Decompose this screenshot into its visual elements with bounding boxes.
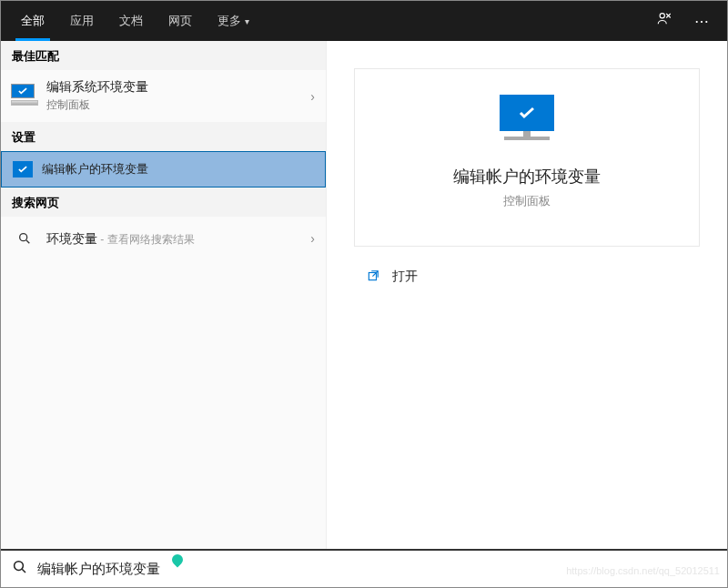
open-icon bbox=[367, 269, 379, 285]
tab-apps[interactable]: 应用 bbox=[57, 1, 106, 41]
monitor-small-icon bbox=[13, 161, 33, 177]
result-title: 环境变量 bbox=[46, 231, 97, 246]
tab-label: 网页 bbox=[168, 13, 192, 29]
result-title: 编辑帐户的环境变量 bbox=[42, 161, 314, 177]
result-edit-account-env[interactable]: 编辑帐户的环境变量 bbox=[1, 151, 326, 188]
result-edit-system-env[interactable]: 编辑系统环境变量 控制面板 › bbox=[1, 70, 326, 122]
tab-label: 应用 bbox=[70, 13, 94, 29]
section-web: 搜索网页 bbox=[1, 188, 326, 217]
tab-web[interactable]: 网页 bbox=[156, 1, 205, 41]
watermark-text: https://blog.csdn.net/qq_52012511 bbox=[566, 565, 720, 576]
content-area: 最佳匹配 编辑系统环境变量 控制面板 › 设置 编辑帐户的环境变量 bbox=[1, 41, 727, 549]
preview-panel: 编辑帐户的环境变量 控制面板 打开 bbox=[327, 41, 727, 549]
tab-label: 更多 bbox=[217, 13, 241, 29]
tab-more[interactable]: 更多 ▾ bbox=[205, 1, 262, 41]
tab-label: 文档 bbox=[119, 13, 143, 29]
search-icon bbox=[12, 226, 37, 251]
preview-title: 编辑帐户的环境变量 bbox=[453, 166, 601, 188]
header-bar: 全部 应用 文档 网页 更多 ▾ ⋯ bbox=[1, 1, 727, 41]
result-subtitle: 控制面板 bbox=[46, 97, 310, 113]
result-title: 编辑系统环境变量 bbox=[46, 79, 310, 96]
section-settings: 设置 bbox=[1, 122, 326, 151]
open-label: 打开 bbox=[392, 269, 418, 285]
open-button[interactable]: 打开 bbox=[354, 261, 700, 292]
feedback-icon[interactable] bbox=[645, 11, 683, 31]
tab-docs[interactable]: 文档 bbox=[106, 1, 156, 41]
chevron-right-icon: › bbox=[310, 89, 315, 104]
result-web-search[interactable]: 环境变量 - 查看网络搜索结果 › bbox=[1, 217, 326, 260]
more-options-icon[interactable]: ⋯ bbox=[683, 13, 720, 30]
monitor-large-icon bbox=[496, 95, 558, 147]
tab-all[interactable]: 全部 bbox=[8, 1, 57, 41]
search-icon bbox=[12, 559, 28, 579]
results-panel: 最佳匹配 编辑系统环境变量 控制面板 › 设置 编辑帐户的环境变量 bbox=[1, 41, 327, 549]
svg-point-3 bbox=[15, 562, 24, 571]
preview-subtitle: 控制面板 bbox=[503, 193, 551, 209]
svg-point-1 bbox=[20, 234, 27, 241]
section-best-match: 最佳匹配 bbox=[1, 41, 326, 70]
preview-card: 编辑帐户的环境变量 控制面板 bbox=[354, 68, 700, 247]
header-tabs: 全部 应用 文档 网页 更多 ▾ bbox=[8, 1, 262, 41]
chevron-right-icon: › bbox=[310, 231, 315, 246]
chevron-down-icon: ▾ bbox=[245, 16, 249, 26]
tab-label: 全部 bbox=[21, 13, 45, 29]
svg-point-0 bbox=[660, 14, 664, 18]
result-hint: - 查看网络搜索结果 bbox=[97, 233, 195, 246]
monitor-icon bbox=[12, 84, 37, 109]
